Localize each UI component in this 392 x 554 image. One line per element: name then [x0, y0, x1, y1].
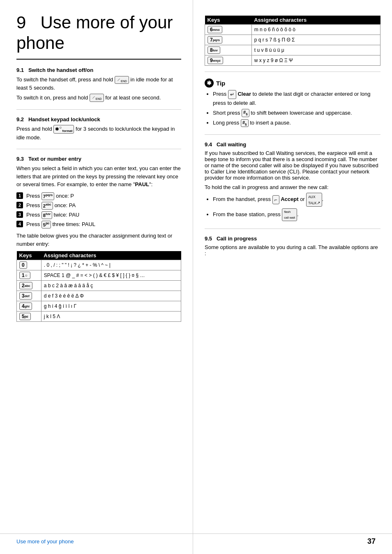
table-row: 2abc a b c 2 à â æ á ā ä å ç	[17, 281, 181, 291]
step-4-text: Press 5jkl three times: PAUL	[26, 220, 95, 229]
section-91-heading: Switch the handset off/on	[28, 67, 93, 73]
chapter-title: 9 Use more of your phone	[16, 12, 181, 60]
char-cell-5: j k l 5 Λ	[41, 312, 181, 322]
section-94-heading: Call waiting	[217, 141, 246, 148]
key-box-4: 4ghi	[19, 302, 32, 310]
step-3-text: Press 8tuv twice: PAU	[26, 211, 79, 219]
table-right-header-chars: Assigned characters	[251, 16, 380, 25]
talk-key-icon: AUXTALK↗	[306, 193, 322, 207]
section-91-title: 9.1 Switch the handset off/on	[16, 67, 181, 73]
section-93-num: 9.3	[16, 156, 24, 162]
char-cell-0: . 0 , / : ; " " ! ¡ ? ¿ * + - % \ ^ ~ |	[41, 260, 181, 270]
clear-key-icon: ↵	[228, 90, 236, 99]
key-cell-1: 1☺	[17, 270, 42, 281]
char-cell-4: g h i 4 ğ í ì ï ı Γ	[41, 301, 181, 312]
table-row: 0 . 0 , / : ; " " ! ¡ ? ¿ * + - % \ ^ ~ …	[17, 260, 181, 270]
step-num-2: 2	[16, 202, 23, 208]
section-95: 9.5 Call in progress Some options are av…	[205, 235, 380, 262]
step-1-text: Press 7pqrs once: P	[26, 192, 74, 200]
section-94-num: 9.4	[205, 141, 212, 148]
key-box-5: 5jkl	[19, 313, 31, 320]
key-cell-6: 6mno	[205, 25, 252, 35]
section-95-title: 9.5 Call in progress	[205, 235, 380, 242]
section-92-heading: Handset keypad lock/unlock	[28, 116, 100, 122]
key-2: 2abc	[42, 202, 53, 210]
section-95-heading: Call in progress	[217, 235, 257, 242]
char-cell-8: t u v 8 ù ú ü μ	[251, 45, 380, 55]
section-94-title: 9.4 Call waiting	[205, 141, 380, 148]
section-93-table-note: The table below gives you the character …	[16, 232, 181, 248]
key-cell-5: 5jkl	[17, 312, 42, 322]
key-cell-9: 9wxyz	[205, 55, 252, 66]
section-91: 9.1 Switch the handset off/on To switch …	[16, 67, 181, 110]
char-table-left: Keys Assigned characters 0 . 0 , / : ; "…	[16, 251, 181, 322]
section-93-title: 9.3 Text or number entry	[16, 156, 181, 162]
left-column: 9 Use more of your phone 9.1 Switch the …	[0, 0, 193, 554]
key-5: 5jkl	[42, 221, 51, 229]
key-7: 7pqrs	[42, 192, 54, 200]
char-table-right: Keys Assigned characters 6mno m n o 6 ñ …	[205, 16, 380, 66]
table-row: 1☺ SPACE 1 @ _ # = < > ( ) & € £ $ ¥ [ ]…	[17, 270, 181, 281]
table-left-header-chars: Assigned characters	[41, 251, 181, 260]
paul-steps: 1 Press 7pqrs once: P 2 Press 2abc once:…	[16, 192, 181, 229]
footer: Use more of your phone 37	[0, 533, 392, 546]
section-92-title: 9.2 Handset keypad lock/unlock	[16, 116, 181, 122]
section-94-body: If you have subscribed to Call Waiting s…	[205, 150, 380, 181]
tip-item-1: Press ↵ Clear to delete the last digit o…	[213, 90, 380, 107]
step-2: 2 Press 2abc once: PA	[16, 201, 181, 210]
end-key-icon: ⟋END	[115, 76, 129, 84]
section-93: 9.3 Text or number entry When you select…	[16, 156, 181, 328]
section-94: 9.4 Call waiting If you have subscribed …	[205, 141, 380, 229]
key-box-3: 3def	[19, 292, 32, 300]
key-cell-0: 0	[17, 260, 42, 270]
tip-item-2: Short press #§ to shift between lowercas…	[213, 109, 380, 117]
table-left-header-keys: Keys	[17, 251, 42, 260]
tip-header: ✱ Tip	[205, 78, 380, 88]
section-92-para: Press and hold ✱☺format for 3 seconds to…	[16, 125, 181, 142]
step-4: 4 Press 5jkl three times: PAUL	[16, 220, 181, 229]
section-94-bullets: From the handset, press ⌐ Accept or AUXT…	[205, 193, 380, 221]
table-row: 8tuv t u v 8 ù ú ü μ	[205, 45, 380, 55]
key-8: 8tuv	[42, 211, 52, 219]
key-cell-3: 3def	[17, 291, 42, 301]
hash-key: #§	[242, 109, 249, 117]
key-box-2: 2abc	[19, 282, 32, 289]
bullet-94-1: From the handset, press ⌐ Accept or AUXT…	[213, 193, 380, 207]
chapter-title-text: Use more of your phone	[16, 13, 173, 53]
section-92: 9.2 Handset keypad lock/unlock Press and…	[16, 116, 181, 150]
step-num-1: 1	[16, 192, 23, 199]
char-cell-9: w x y z 9 ø Ω Ξ Ψ	[251, 55, 380, 66]
table-row: 9wxyz w x y z 9 ø Ω Ξ Ψ	[205, 55, 380, 66]
char-cell-2: a b c 2 à â æ á ā ä å ç	[41, 281, 181, 291]
table-row: 3def d e f 3 è é ê ë Δ Φ	[17, 291, 181, 301]
section-92-num: 9.2	[16, 116, 24, 122]
flash-key-icon: flashcall wait	[282, 208, 297, 221]
key-box-0: 0	[19, 261, 27, 269]
char-cell-6: m n o 6 ñ ó ô õ ö ò	[251, 25, 380, 35]
right-column: Keys Assigned characters 6mno m n o 6 ñ …	[193, 0, 392, 554]
tip-list: Press ↵ Clear to delete the last digit o…	[205, 90, 380, 127]
footer-text: Use more of your phone	[16, 538, 74, 545]
key-box-8: 8tuv	[208, 46, 220, 54]
step-1: 1 Press 7pqrs once: P	[16, 192, 181, 200]
end-key-icon2: ⟋END	[90, 94, 104, 102]
footer-page-num: 37	[367, 537, 376, 546]
section-95-num: 9.5	[205, 235, 212, 242]
key-box-1: 1☺	[19, 272, 30, 279]
section-93-intro: When you select a field in which you can…	[16, 164, 181, 189]
section-95-body: Some options are available to you during…	[205, 244, 380, 256]
step-2-text: Press 2abc once: PA	[26, 201, 76, 210]
page: 9 Use more of your phone 9.1 Switch the …	[0, 0, 392, 554]
key-cell-8: 8tuv	[205, 45, 252, 55]
bullet-94-2: From the base station, press flashcall w…	[213, 208, 380, 221]
table-row: 7pqrs p q r s 7 ß ş Π Θ Σ	[205, 35, 380, 45]
table-row: 4ghi g h i 4 ğ í ì ï ı Γ	[17, 301, 181, 312]
tip-item-3: Long press #§ to insert a pause.	[213, 119, 380, 127]
section-91-para1: To switch the handset off, press and hol…	[16, 76, 181, 92]
accept-key-icon: ⌐	[272, 195, 279, 204]
key-cell-2: 2abc	[17, 281, 42, 291]
chapter-num: 9	[16, 13, 26, 32]
tip-box: ✱ Tip Press ↵ Clear to delete the last d…	[205, 78, 380, 135]
table-row: 5jkl j k l 5 Λ	[17, 312, 181, 322]
char-cell-7: p q r s 7 ß ş Π Θ Σ	[251, 35, 380, 45]
